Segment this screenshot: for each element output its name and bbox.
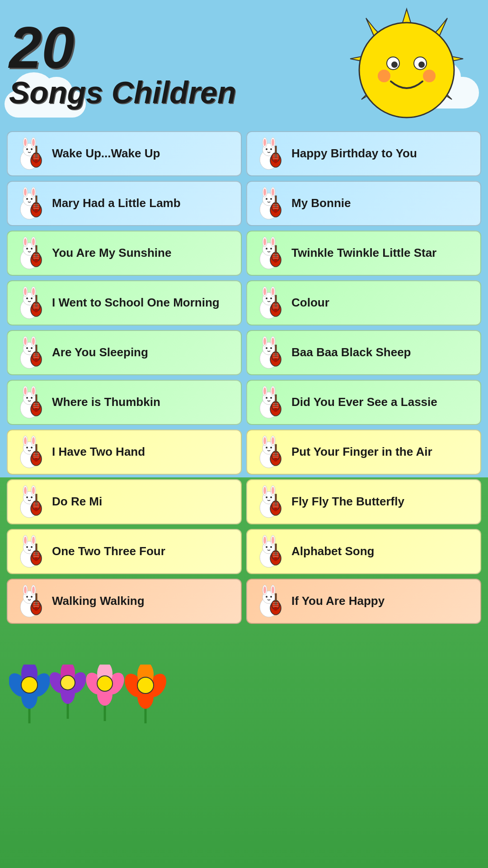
flower-pink [86, 665, 124, 721]
flower-orange [124, 665, 167, 723]
svg-point-31 [97, 676, 113, 691]
song-label-16: Fly Fly The Butterfly [291, 495, 404, 509]
song-label-2: Happy Birthday to You [291, 146, 417, 160]
song-icon-14 [251, 434, 287, 470]
song-icon-17 [11, 533, 47, 570]
song-button-20[interactable]: If You Are Happy [246, 579, 481, 624]
song-label-12: Did You Ever See a Lassie [291, 395, 437, 409]
svg-point-11 [418, 61, 425, 68]
song-label-13: I Have Two Hand [52, 445, 145, 459]
svg-point-25 [61, 675, 75, 690]
song-button-13[interactable]: I Have Two Hand [7, 429, 242, 475]
song-button-9[interactable]: Are You Sleeping [7, 330, 242, 375]
song-button-5[interactable]: You Are My Sunshine [7, 231, 242, 276]
song-label-20: If You Are Happy [291, 594, 385, 608]
song-button-8[interactable]: Colour [246, 280, 481, 326]
song-label-6: Twinkle Twinkle Little Star [291, 246, 436, 260]
song-icon-12 [251, 384, 287, 420]
song-icon-18 [251, 533, 287, 570]
song-label-11: Where is Thumbkin [52, 395, 160, 409]
song-button-18[interactable]: Alphabet Song [246, 529, 481, 574]
song-icon-20 [251, 583, 287, 619]
song-label-18: Alphabet Song [291, 544, 374, 558]
app-number: 20 [9, 18, 236, 77]
song-button-11[interactable]: Where is Thumbkin [7, 380, 242, 425]
title-block: 20 Songs Children [9, 9, 236, 108]
song-icon-15 [11, 484, 47, 520]
song-button-15[interactable]: Do Re Mi [7, 479, 242, 524]
song-label-1: Wake Up...Wake Up [52, 146, 160, 160]
song-label-19: Walking Walking [52, 594, 145, 608]
flowers-area [0, 633, 488, 723]
song-label-7: I Went to School One Morning [52, 296, 220, 310]
song-icon-11 [11, 384, 47, 420]
song-button-17[interactable]: One Two Three Four [7, 529, 242, 574]
song-button-1[interactable]: Wake Up...Wake Up [7, 131, 242, 176]
svg-point-13 [423, 70, 436, 82]
sun-decoration [334, 5, 479, 131]
song-icon-2 [251, 136, 287, 172]
svg-point-12 [378, 70, 390, 82]
song-icon-4 [251, 185, 287, 222]
songs-grid: Wake Up...Wake UpHappy Birthday to YouMa… [0, 127, 488, 628]
song-icon-10 [251, 335, 287, 371]
song-button-16[interactable]: Fly Fly The Butterfly [246, 479, 481, 524]
song-icon-9 [11, 335, 47, 371]
song-icon-5 [11, 235, 47, 271]
song-icon-16 [251, 484, 287, 520]
song-button-3[interactable]: Mary Had a Little Lamb [7, 181, 242, 226]
song-label-14: Put Your Finger in the Air [291, 445, 432, 459]
song-label-15: Do Re Mi [52, 495, 102, 509]
header: 20 Songs Children [0, 0, 488, 136]
song-label-17: One Two Three Four [52, 544, 165, 558]
song-label-4: My Bonnie [291, 196, 351, 210]
song-label-8: Colour [291, 296, 329, 310]
song-icon-13 [11, 434, 47, 470]
svg-point-7 [359, 23, 454, 118]
song-button-4[interactable]: My Bonnie [246, 181, 481, 226]
song-label-5: You Are My Sunshine [52, 246, 171, 260]
song-button-14[interactable]: Put Your Finger in the Air [246, 429, 481, 475]
svg-point-37 [137, 677, 154, 693]
flower-purple [50, 665, 86, 719]
svg-point-10 [391, 61, 398, 68]
song-icon-3 [11, 185, 47, 222]
song-button-2[interactable]: Happy Birthday to You [246, 131, 481, 176]
app-title: Songs Children [9, 77, 236, 108]
song-button-6[interactable]: Twinkle Twinkle Little Star [246, 231, 481, 276]
song-label-9: Are You Sleeping [52, 345, 148, 359]
song-button-12[interactable]: Did You Ever See a Lassie [246, 380, 481, 425]
song-icon-1 [11, 136, 47, 172]
svg-point-19 [21, 677, 38, 693]
song-label-3: Mary Had a Little Lamb [52, 196, 181, 210]
flower-blue [9, 665, 50, 723]
song-button-10[interactable]: Baa Baa Black Sheep [246, 330, 481, 375]
song-button-7[interactable]: I Went to School One Morning [7, 280, 242, 326]
song-icon-6 [251, 235, 287, 271]
song-icon-8 [251, 285, 287, 321]
song-button-19[interactable]: Walking Walking [7, 579, 242, 624]
song-label-10: Baa Baa Black Sheep [291, 345, 411, 359]
song-icon-19 [11, 583, 47, 619]
song-icon-7 [11, 285, 47, 321]
